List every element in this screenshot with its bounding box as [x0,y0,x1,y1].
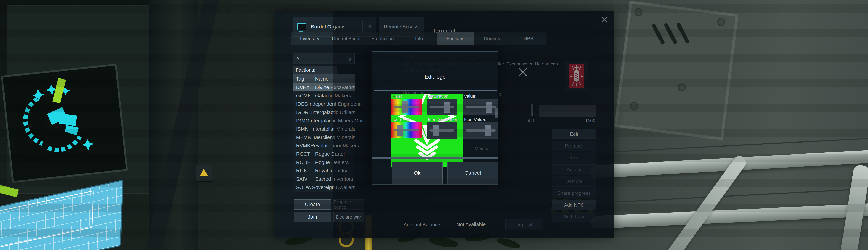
cancel-button[interactable]: Cancel [447,162,498,184]
slider-label-4: Icon Saturation: [428,117,460,122]
bolt [634,8,643,17]
bolt [677,83,686,92]
scene-door-panel [614,1,739,140]
faction-tag: IGDR [293,110,311,115]
vent-slot [676,22,690,44]
column-tag[interactable]: Tag [293,76,315,82]
slider-thumb[interactable] [444,101,450,113]
hue-slider[interactable] [392,99,422,115]
faction-filter-value: All [296,56,302,62]
dialog-separator-top [374,90,497,91]
saturation-slider[interactable] [427,99,457,116]
edit-logo-dialog: Edit logo Description [372,52,498,185]
create-faction-button[interactable]: Create [293,199,332,210]
dialog-separator-bottom [372,157,498,159]
scrollbar-fragment [495,108,498,118]
faction-tag: GCMK [293,93,315,99]
slider-label-1: Saturation: [428,94,450,99]
vent-slot [663,23,677,44]
member-column-bleed: Member [475,146,491,151]
factions-list-label: Factions: [293,66,337,74]
bolt [717,18,726,26]
faction-tag: DVEX [293,85,315,90]
warning-triangle-icon [199,169,208,176]
icon-hue-slider[interactable] [392,122,422,138]
slider-label-2: Value: [464,94,476,99]
screenshot-stage: Bordel Organisé ∨ Remote Access Terminal… [0,0,868,250]
slider-label-5: Icon Value: [464,117,486,122]
faction-tag: RVMK [293,143,310,149]
faction-tag: ROCT [293,151,315,157]
faction-tag: SODW [293,185,312,190]
join-faction-button[interactable]: Join [293,212,332,222]
slider-label-3: Icon Hue: [393,117,412,122]
icon-value-slider[interactable] [463,122,498,139]
faction-tag: RLIN [293,168,315,174]
faction-tag: IDEG [293,101,308,107]
faction-tag: IGMG [293,118,309,124]
terminal-window: Bordel Organisé ∨ Remote Access Terminal… [274,11,614,238]
slider-thumb[interactable] [433,125,439,136]
slider-label-0: Hue: [393,94,402,99]
faction-tag: RODE [293,160,315,165]
tab-inventory[interactable]: Inventory [291,32,328,44]
bolt [630,101,639,111]
vent-slot [651,23,665,45]
slider-thumb[interactable] [397,125,403,136]
faction-tag: ISMN [293,126,311,132]
slider-track [430,106,455,108]
faction-tag: MEMN [293,134,314,140]
column-name[interactable]: Name [315,76,329,82]
dialog-title: Edit logo [372,74,498,80]
slider-thumb[interactable] [485,125,491,136]
ok-button[interactable]: Ok [392,162,442,184]
slider-thumb[interactable] [486,101,492,113]
icon-saturation-slider[interactable] [427,122,457,139]
faction-tag: SAIV [293,176,315,182]
value-slider[interactable] [463,99,498,116]
slider-thumb[interactable] [402,101,408,113]
